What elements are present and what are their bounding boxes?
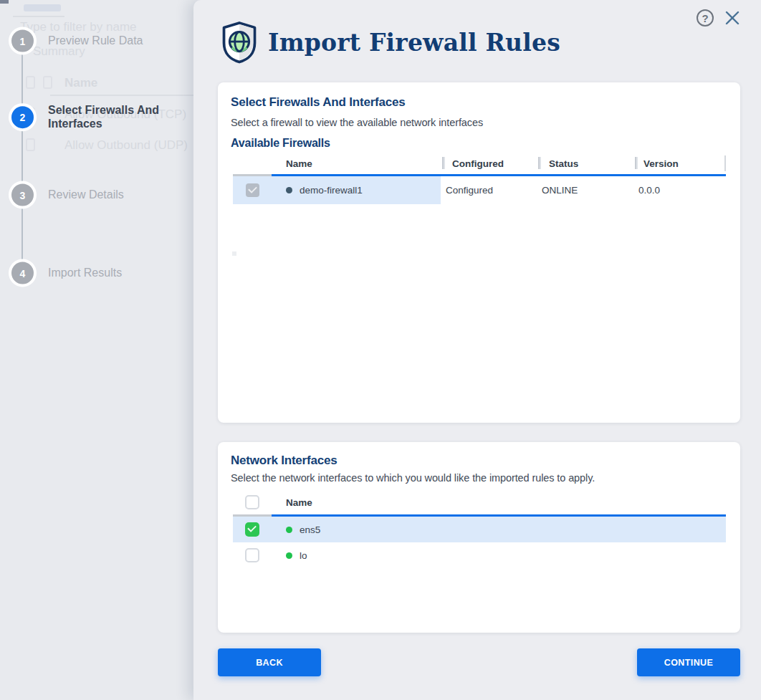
row-checkbox-cell bbox=[233, 176, 272, 204]
column-header-status: Status bbox=[537, 154, 633, 173]
step-label: Import Results bbox=[48, 267, 122, 280]
card-subtitle: Select a firewall to view the available … bbox=[231, 117, 483, 128]
step-label: Preview Rule Data bbox=[48, 34, 143, 48]
column-resize-handle[interactable] bbox=[538, 157, 541, 169]
ghost-divider bbox=[13, 16, 64, 17]
column-resize-handle[interactable] bbox=[635, 157, 638, 169]
column-resize-handle[interactable] bbox=[442, 157, 445, 169]
ghost-name-header: Name bbox=[64, 76, 193, 90]
card-subtitle: Select the network interfaces to which y… bbox=[231, 472, 595, 484]
ghost-header-rule bbox=[50, 95, 193, 96]
table-row-lo[interactable]: lo bbox=[233, 542, 726, 568]
stepper-step-preview-rule-data: 1 Preview Rule Data bbox=[11, 30, 143, 52]
available-firewalls-table: Name Configured Status Version demo-fire… bbox=[233, 154, 726, 204]
interface-name: lo bbox=[300, 550, 307, 561]
table-header-row: Name bbox=[233, 491, 726, 514]
ghost-checkbox bbox=[26, 138, 35, 151]
ghost-tab-bar bbox=[24, 4, 61, 11]
stepper-connector-line bbox=[21, 41, 23, 273]
section-title: Available Firewalls bbox=[231, 137, 330, 150]
status-dot-icon bbox=[286, 527, 292, 533]
step-number-badge: 3 bbox=[11, 184, 34, 206]
row-checkbox-cell bbox=[233, 548, 272, 562]
continue-button[interactable]: CONTINUE bbox=[637, 648, 740, 676]
firewall-name: demo-firewall1 bbox=[300, 185, 363, 196]
status-dot-icon bbox=[286, 187, 292, 193]
ghost-page-edge bbox=[0, 0, 9, 4]
step-number-badge: 4 bbox=[11, 262, 34, 284]
ghost-checkbox bbox=[26, 76, 35, 89]
table-header-underline bbox=[233, 514, 726, 517]
row-checkbox-cell bbox=[233, 522, 272, 537]
step-number-badge: 1 bbox=[11, 30, 34, 52]
shield-globe-icon bbox=[219, 20, 259, 64]
network-interfaces-table: Name ens5 lo bbox=[233, 491, 726, 568]
step-number-badge: 2 bbox=[11, 107, 34, 129]
firewall-status-cell: ONLINE bbox=[537, 185, 633, 196]
status-dot-icon bbox=[286, 552, 292, 559]
column-header-version: Version bbox=[633, 154, 726, 173]
wizard-stepper-sidebar: Type to filter by name Summary Name Allo… bbox=[0, 0, 193, 700]
column-header-name: Name bbox=[272, 491, 726, 514]
help-icon[interactable]: ? bbox=[697, 9, 714, 27]
firewall-checkbox-checked-disabled[interactable] bbox=[246, 183, 259, 197]
firewall-name-cell: demo-firewall1 bbox=[272, 176, 441, 204]
import-firewall-rules-dialog: Import Firewall Rules ? Select Firewalls… bbox=[193, 0, 761, 700]
ghost-rule-row: Allow Outbound (UDP) bbox=[64, 138, 193, 153]
close-icon[interactable] bbox=[724, 9, 741, 27]
select-all-checkbox[interactable] bbox=[245, 495, 259, 509]
step-label: Select Firewalls And Interfaces bbox=[48, 104, 174, 131]
firewall-configured-cell: Configured bbox=[441, 185, 537, 196]
interface-name: ens5 bbox=[300, 524, 320, 535]
card-title: Network Interfaces bbox=[231, 454, 338, 468]
table-row-ens5[interactable]: ens5 bbox=[233, 517, 726, 542]
faint-artifact-dot bbox=[232, 251, 236, 256]
interface-checkbox-checked[interactable] bbox=[245, 522, 259, 537]
table-edge-separator bbox=[724, 155, 726, 171]
firewall-version-cell: 0.0.0 bbox=[633, 185, 726, 196]
column-header-configured: Configured bbox=[441, 154, 537, 173]
stepper-step-select-firewalls: 2 Select Firewalls And Interfaces bbox=[11, 104, 174, 131]
interface-name-cell: lo bbox=[272, 550, 726, 561]
column-header-name: Name bbox=[272, 154, 441, 173]
stepper-step-review-details: 3 Review Details bbox=[11, 184, 124, 206]
interface-checkbox-unchecked[interactable] bbox=[245, 548, 259, 562]
card-title: Select Firewalls And Interfaces bbox=[231, 95, 406, 110]
dialog-header: Import Firewall Rules bbox=[219, 20, 560, 64]
page-title: Import Firewall Rules bbox=[268, 29, 560, 57]
interface-name-cell: ens5 bbox=[272, 524, 726, 535]
back-button[interactable]: BACK bbox=[218, 648, 321, 676]
select-firewalls-card: Select Firewalls And Interfaces Select a… bbox=[218, 82, 740, 423]
network-interfaces-card: Network Interfaces Select the network in… bbox=[218, 442, 740, 633]
select-all-checkbox-cell bbox=[233, 495, 272, 509]
step-label: Review Details bbox=[48, 188, 124, 202]
table-header-row: Name Configured Status Version bbox=[233, 154, 726, 173]
stepper-step-import-results: 4 Import Results bbox=[11, 262, 122, 284]
ghost-checkbox bbox=[43, 76, 52, 89]
table-row-demo-firewall1[interactable]: demo-firewall1 Configured ONLINE 0.0.0 bbox=[233, 176, 726, 204]
